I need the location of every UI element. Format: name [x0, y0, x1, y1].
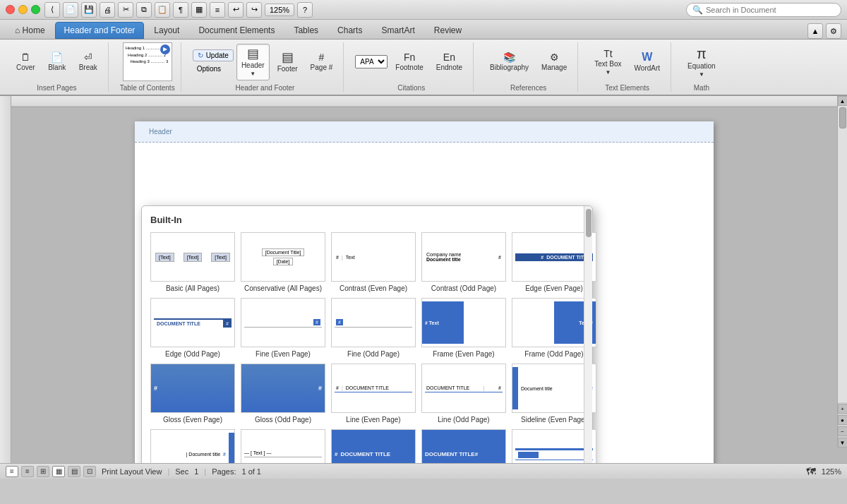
scroll-up-button[interactable]: ▲: [838, 96, 848, 106]
header-option-solid-odd[interactable]: DOCUMENT TITLE # Solid (Odd Page): [421, 429, 506, 463]
tab-layout[interactable]: Layout: [145, 22, 188, 39]
break-button[interactable]: ⏎ Break: [74, 49, 102, 75]
help-icon[interactable]: ?: [297, 2, 313, 18]
blank-button[interactable]: 📄 Blank: [43, 49, 71, 75]
header-option-fine-odd[interactable]: # Fine (Odd Page): [331, 298, 416, 358]
break-icon: ⏎: [84, 52, 92, 62]
footnote-icon: Fn: [404, 52, 415, 62]
options-button[interactable]: Options: [193, 64, 234, 74]
header-option-solid-even[interactable]: # DOCUMENT TITLE Solid (Even Page): [331, 429, 416, 463]
line-odd-thumb: DOCUMENT TITLE | #: [421, 364, 506, 413]
header-option-fine-even[interactable]: # Fine (Even Page): [241, 298, 325, 358]
status-map-icon[interactable]: 🗺: [806, 466, 816, 477]
toc-items: Heading 1 ............ 1 Heading 2 .....…: [123, 42, 172, 81]
copy-icon[interactable]: ⧉: [136, 2, 152, 18]
search-input[interactable]: [706, 6, 833, 14]
maximize-button[interactable]: [31, 5, 40, 14]
tab-home[interactable]: Home: [6, 22, 54, 39]
panel-scroll-thumb[interactable]: [586, 209, 591, 237]
manage-button[interactable]: ⚙ Manage: [536, 49, 572, 75]
view-icon-6[interactable]: ⊡: [83, 466, 96, 477]
header-dropdown-arrow: ▼: [250, 71, 256, 77]
status-bar: ≡ ≡ ⊞ ▦ ▤ ⊡ Print Layout View | Sec 1 | …: [0, 463, 847, 479]
scroll-thumb[interactable]: [839, 107, 846, 128]
text-box-button[interactable]: Tt Text Box ▼: [589, 45, 626, 79]
solid-odd-thumb: DOCUMENT TITLE #: [421, 429, 506, 463]
line-even-thumb: # | DOCUMENT TITLE: [331, 364, 416, 413]
endnote-button[interactable]: En Endnote: [431, 49, 467, 75]
panel-scrollbar[interactable]: [584, 206, 592, 463]
header-option-simple[interactable]: — [ Text ] — Simple (All Pages): [241, 429, 325, 463]
line-odd-label: Line (Odd Page): [438, 416, 489, 424]
math-label: Math: [694, 81, 709, 92]
ribbon-group-text-elements: Tt Text Box ▼ W WordArt Text Elements: [584, 42, 671, 92]
conservative-label: Conservative (All Pages): [244, 284, 322, 292]
header-option-basic[interactable]: [Text][Text][Text] Basic (All Pages): [150, 232, 235, 292]
wordart-button[interactable]: W WordArt: [630, 48, 666, 76]
equation-button[interactable]: π Equation ▼: [683, 43, 720, 81]
tab-review[interactable]: Review: [425, 22, 471, 39]
toc-thumbnail[interactable]: Heading 1 ............ 1 Heading 2 .....…: [123, 42, 172, 81]
header-option-line-odd[interactable]: DOCUMENT TITLE | # Line (Odd Page): [421, 364, 506, 424]
header-option-conservative[interactable]: [Document Title] [Date] Conservative (Al…: [241, 232, 325, 292]
search-bar[interactable]: 🔍: [686, 3, 841, 17]
header-option-edge-odd[interactable]: DOCUMENT TITLE # Edge (Odd Page): [150, 298, 235, 358]
gloss-odd-label: Gloss (Odd Page): [255, 416, 311, 424]
ribbon-options-icon[interactable]: ⚙: [826, 23, 841, 39]
textbox-dropdown-arrow: ▼: [605, 69, 611, 76]
view-icon-2[interactable]: ≡: [21, 466, 34, 477]
header-option-gloss-even[interactable]: # Gloss (Even Page): [150, 364, 235, 424]
zoom-in-scroll-button[interactable]: +: [838, 404, 848, 414]
collapse-ribbon-icon[interactable]: ▲: [807, 23, 823, 39]
view-icon-5[interactable]: ▤: [68, 466, 80, 477]
new-doc-icon[interactable]: 📄: [63, 2, 78, 18]
minimize-button[interactable]: [18, 5, 28, 14]
header-option-gloss-odd[interactable]: # Gloss (Odd Page): [241, 364, 325, 424]
format-icon[interactable]: ¶: [173, 2, 188, 18]
bibliography-button[interactable]: 📚 Bibliography: [485, 49, 534, 75]
header-option-contrast-even[interactable]: # | Text Contrast (Even Page): [331, 232, 416, 292]
footer-button[interactable]: ▤ Footer: [272, 47, 303, 76]
header-option-frame-even[interactable]: # Text Frame (Even Page): [421, 298, 506, 358]
scroll-down-button[interactable]: ▼: [838, 438, 848, 448]
back-icon[interactable]: ⟨: [44, 2, 60, 18]
save-icon[interactable]: 💾: [81, 2, 97, 18]
citation-style-select[interactable]: APA: [355, 55, 388, 68]
header-label: Header: [241, 61, 265, 69]
header-option-contrast-odd[interactable]: Company nameDocument title # Contrast (O…: [421, 232, 506, 292]
title-bar: ⟨ 📄 💾 🖨 ✂ ⧉ 📋 ¶ ▦ ≡ ↩ ↪ 125% ? 🔍: [0, 0, 847, 20]
scrollbar-vertical[interactable]: ▲ + ● − ▼: [837, 96, 847, 448]
header-icon: ▤: [247, 47, 259, 60]
panel-title: Built-In: [150, 215, 584, 225]
tab-header-footer[interactable]: Header and Footer: [55, 22, 145, 39]
redo-icon[interactable]: ↪: [246, 2, 262, 18]
view-icon-4[interactable]: ▦: [52, 466, 65, 477]
tab-charts[interactable]: Charts: [328, 22, 371, 39]
cut-icon[interactable]: ✂: [118, 2, 133, 18]
tab-tables[interactable]: Tables: [284, 22, 328, 39]
zoom-display[interactable]: 125%: [265, 4, 294, 16]
sideline-even-label: Sideline (Even Page): [521, 416, 587, 424]
view-icon-3[interactable]: ⊞: [37, 466, 49, 477]
footnote-button[interactable]: Fn Footnote: [390, 49, 428, 75]
header-option-line-even[interactable]: # | DOCUMENT TITLE Line (Even Page): [331, 364, 416, 424]
view-icon-1[interactable]: ≡: [6, 466, 18, 477]
cover-button[interactable]: 🗒 Cover: [11, 49, 40, 75]
header-button[interactable]: ▤ Header ▼: [236, 44, 270, 80]
gloss-even-thumb: #: [150, 364, 235, 413]
update-button[interactable]: ↻ Update: [193, 49, 234, 61]
text-elements-label: Text Elements: [605, 81, 649, 92]
print-icon[interactable]: 🖨: [100, 2, 115, 18]
zoom-out-scroll-button[interactable]: −: [838, 426, 848, 436]
scroll-center-button[interactable]: ●: [838, 415, 848, 425]
tab-document-elements[interactable]: Document Elements: [189, 22, 284, 39]
undo-icon[interactable]: ↩: [228, 2, 244, 18]
paste-icon[interactable]: 📋: [155, 2, 170, 18]
columns-icon[interactable]: ≡: [210, 2, 225, 18]
page-num-button[interactable]: # Page #: [306, 49, 338, 75]
close-button[interactable]: [6, 5, 15, 14]
header-option-sideline-odd[interactable]: # | Document title Sideline (Odd Page): [150, 429, 235, 463]
tab-smartart[interactable]: SmartArt: [372, 22, 424, 39]
table-view-icon[interactable]: ▦: [191, 2, 207, 18]
ribbon-group-citations: APA Fn Footnote En Endnote Citations: [349, 42, 474, 92]
